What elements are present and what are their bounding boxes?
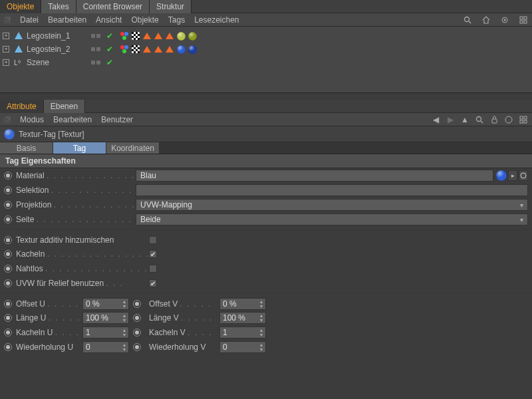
expand-icon[interactable]: + <box>3 59 9 66</box>
menu-tags[interactable]: Tags <box>168 15 185 25</box>
kacheln-v-input[interactable]: 1▴▾ <box>219 327 266 338</box>
texture-tag-icon[interactable] <box>176 31 186 41</box>
anim-dot[interactable] <box>4 250 12 258</box>
kacheln-checkbox[interactable]: ✔ <box>149 250 157 258</box>
texture-tag-icon[interactable] <box>188 45 197 54</box>
tab-objekte[interactable]: Objekte <box>0 0 41 13</box>
anim-dot[interactable] <box>4 265 12 273</box>
anim-dot[interactable] <box>4 215 12 223</box>
anim-dot[interactable] <box>133 300 141 308</box>
enable-toggle[interactable]: ✔ <box>105 31 114 41</box>
selektion-field[interactable] <box>136 184 528 196</box>
prop-projektion: Projektion . . . . . . . . . . . . UVW-M… <box>0 198 532 212</box>
search-icon[interactable] <box>463 15 472 25</box>
kacheln-u-input[interactable]: 1▴▾ <box>82 327 129 338</box>
nav-fwd-icon[interactable]: ▶ <box>446 115 455 124</box>
expand-icon[interactable]: + <box>3 46 9 53</box>
anim-dot[interactable] <box>4 314 12 322</box>
menu-ansicht[interactable]: Ansicht <box>96 15 122 25</box>
menu-benutzer[interactable]: Benutzer <box>101 115 133 124</box>
selection-tag-icon[interactable] <box>165 31 174 41</box>
selection-tag-icon[interactable] <box>142 45 152 54</box>
subtab-koordinaten[interactable]: Koordinaten <box>106 142 160 154</box>
tree-row-legostein-2[interactable]: + Legostein_2 ✔ <box>0 43 532 56</box>
texture-tag-icon <box>4 129 15 140</box>
selection-tag-icon[interactable] <box>154 45 163 54</box>
tree-row-szene[interactable]: + L⁰ Szene ✔ <box>0 56 532 69</box>
object-name[interactable]: Legostein_1 <box>27 31 86 41</box>
tab-attribute[interactable]: Attribute <box>0 100 44 113</box>
texture-tag-icon[interactable] <box>176 45 186 54</box>
visibility-toggle[interactable] <box>86 61 105 65</box>
visibility-toggle[interactable] <box>86 34 105 38</box>
nav-back-icon[interactable]: ◀ <box>431 115 440 124</box>
menu-lesezeichen[interactable]: Lesezeichen <box>194 15 239 25</box>
menu-bearbeiten[interactable]: Bearbeiten <box>48 15 86 25</box>
object-name[interactable]: Legostein_2 <box>27 45 86 54</box>
anim-dot[interactable] <box>4 172 12 180</box>
search-icon[interactable] <box>475 115 484 124</box>
laenge-v-input[interactable]: 100 %▴▾ <box>219 312 266 324</box>
menu-objekte[interactable]: Objekte <box>131 15 158 25</box>
tab-struktur[interactable]: Struktur <box>150 0 192 13</box>
grid-icon[interactable] <box>519 15 528 25</box>
material-preview-icon[interactable] <box>496 170 507 181</box>
nav-up-icon[interactable]: ▲ <box>460 115 469 124</box>
tree-row-legostein-1[interactable]: + Legostein_1 ✔ <box>0 29 532 43</box>
menu-bearbeiten[interactable]: Bearbeiten <box>53 115 92 124</box>
lock-icon[interactable] <box>489 115 499 124</box>
selection-tag-icon[interactable] <box>165 45 174 54</box>
anim-dot[interactable] <box>133 343 141 351</box>
material-field[interactable]: Blau <box>136 170 493 182</box>
anim-dot[interactable] <box>4 201 12 209</box>
anim-dot[interactable] <box>4 186 12 194</box>
anim-dot[interactable] <box>133 314 141 322</box>
uvw-tag-icon[interactable] <box>131 45 140 54</box>
phong-tag-icon[interactable] <box>120 31 129 41</box>
tab-takes[interactable]: Takes <box>41 0 76 13</box>
anim-dot[interactable] <box>4 343 12 351</box>
prop-label: Kacheln V . . . . <box>149 328 215 337</box>
subtab-basis[interactable]: Basis <box>0 142 53 154</box>
new-icon[interactable] <box>504 115 513 124</box>
menu-modus[interactable]: Modus <box>20 115 44 124</box>
object-manager-tabs: Objekte Takes Content Browser Struktur <box>0 0 532 13</box>
textur-additiv-checkbox[interactable] <box>149 236 157 244</box>
home-icon[interactable] <box>481 15 491 25</box>
menu-datei[interactable]: Datei <box>20 15 39 25</box>
wiederholung-v-input[interactable]: 0▴▾ <box>219 341 266 353</box>
subtab-tag[interactable]: Tag <box>53 142 106 154</box>
material-picker-button[interactable]: ▸ <box>508 170 517 181</box>
nahtlos-checkbox[interactable] <box>149 265 157 273</box>
selection-tag-icon[interactable] <box>154 31 163 41</box>
wiederholung-u-input[interactable]: 0▴▾ <box>82 341 129 353</box>
phong-tag-icon[interactable] <box>120 45 129 54</box>
anim-dot[interactable] <box>4 329 12 336</box>
anim-dot[interactable] <box>4 236 12 244</box>
expand-icon[interactable]: + <box>3 33 9 39</box>
offset-u-input[interactable]: 0 %▴▾ <box>82 298 129 310</box>
anim-dot[interactable] <box>4 279 12 287</box>
enable-toggle[interactable]: ✔ <box>105 58 114 67</box>
tag-strip <box>120 45 197 54</box>
prop-textur-additiv: Textur additiv hinzumischen <box>0 229 532 247</box>
view-icon[interactable] <box>500 15 509 25</box>
offset-v-input[interactable]: 0 %▴▾ <box>219 298 266 310</box>
selection-tag-icon[interactable] <box>142 31 152 41</box>
grid-icon[interactable] <box>519 115 528 124</box>
texture-tag-icon[interactable] <box>188 31 197 41</box>
object-name[interactable]: Szene <box>27 58 86 67</box>
visibility-toggle[interactable] <box>86 47 105 51</box>
anim-dot[interactable] <box>133 329 141 336</box>
enable-toggle[interactable]: ✔ <box>105 45 114 54</box>
tab-ebenen[interactable]: Ebenen <box>44 100 85 113</box>
attribute-title: Textur-Tag [Textur] <box>0 126 532 142</box>
tab-content-browser[interactable]: Content Browser <box>76 0 150 13</box>
material-eyedropper-button[interactable] <box>519 170 528 181</box>
uvw-relief-checkbox[interactable]: ✔ <box>149 279 157 287</box>
laenge-u-input[interactable]: 100 %▴▾ <box>82 312 129 324</box>
anim-dot[interactable] <box>4 300 12 308</box>
projektion-select[interactable]: UVW-Mapping <box>136 199 528 211</box>
seite-select[interactable]: Beide <box>136 213 528 225</box>
uvw-tag-icon[interactable] <box>131 31 140 41</box>
